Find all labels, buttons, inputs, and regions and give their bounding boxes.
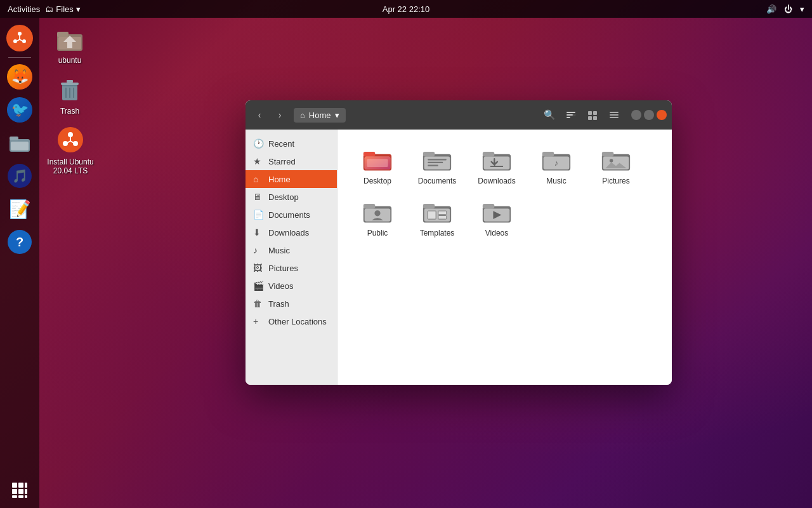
folder-downloads-icon bbox=[480, 146, 513, 174]
svg-rect-82 bbox=[483, 204, 494, 208]
pictures-sidebar-icon: 🖼 bbox=[253, 263, 263, 273]
maximize-button[interactable]: □ bbox=[644, 110, 654, 120]
music-sidebar-icon: ♪ bbox=[253, 245, 263, 255]
home-label: Home bbox=[268, 175, 291, 184]
power-icon[interactable]: ⏻ bbox=[784, 4, 792, 14]
svg-rect-39 bbox=[566, 114, 573, 116]
svg-rect-54 bbox=[423, 152, 435, 156]
documents-sidebar-label: Documents bbox=[268, 210, 310, 220]
folder-public-label: Public bbox=[367, 229, 388, 237]
file-manager-window: ‹ › ⌂ Home ▾ 🔍 bbox=[246, 100, 672, 385]
firefox-icon: 🦊 bbox=[7, 64, 32, 90]
svg-rect-26 bbox=[61, 83, 79, 85]
files-dock-icon bbox=[7, 130, 32, 156]
home-breadcrumb-icon: ⌂ bbox=[300, 110, 305, 120]
folder-pictures-label: Pictures bbox=[602, 177, 629, 185]
svg-rect-57 bbox=[428, 162, 443, 163]
trash-sidebar-icon: 🗑 bbox=[253, 298, 263, 309]
dock-item-thunderbird[interactable]: 🐦 bbox=[4, 95, 35, 125]
top-bar-right: 🔊 ⏻ ▾ bbox=[766, 4, 804, 14]
breadcrumb[interactable]: ⌂ Home ▾ bbox=[294, 108, 346, 123]
folder-videos-label: Videos bbox=[485, 229, 508, 237]
svg-rect-58 bbox=[428, 164, 438, 166]
file-manager-header: ‹ › ⌂ Home ▾ 🔍 bbox=[246, 100, 672, 130]
folder-pictures-icon bbox=[599, 146, 632, 174]
svg-point-32 bbox=[68, 132, 73, 137]
folder-videos[interactable]: Videos bbox=[468, 193, 525, 243]
breadcrumb-home-label: Home bbox=[309, 110, 331, 120]
dock-item-rhythmbox[interactable]: 🎵 bbox=[4, 161, 35, 191]
svg-rect-10 bbox=[12, 483, 17, 488]
desktop-icon-trash[interactable]: Trash bbox=[44, 74, 95, 116]
dock-item-writer[interactable]: 📝 bbox=[4, 194, 35, 224]
folder-music[interactable]: ♪ Music bbox=[528, 141, 585, 190]
svg-rect-9 bbox=[11, 142, 29, 150]
sidebar-item-downloads[interactable]: ⬇ Downloads bbox=[246, 224, 337, 241]
settings-icon[interactable]: ▾ bbox=[800, 4, 804, 14]
volume-icon[interactable]: 🔊 bbox=[766, 4, 776, 14]
desktop-icon-install-ubuntu[interactable]: Install Ubuntu 20.04 LTS bbox=[42, 124, 99, 175]
search-button[interactable]: 🔍 bbox=[540, 106, 559, 124]
sidebar-item-starred[interactable]: ★ Starred bbox=[246, 152, 337, 170]
sidebar-item-desktop[interactable]: 🖥 Desktop bbox=[246, 188, 337, 206]
window-controls: — □ ✕ bbox=[631, 110, 667, 120]
folder-downloads-label: Downloads bbox=[478, 177, 515, 185]
videos-sidebar-label: Videos bbox=[268, 281, 294, 291]
folder-templates-label: Templates bbox=[420, 229, 455, 237]
folder-public-icon bbox=[361, 198, 394, 226]
desktop-sidebar-label: Desktop bbox=[268, 192, 299, 202]
back-button[interactable]: ‹ bbox=[251, 106, 268, 124]
folder-public[interactable]: Public bbox=[349, 193, 406, 243]
svg-rect-60 bbox=[483, 152, 494, 156]
svg-rect-43 bbox=[588, 116, 592, 120]
minimize-button[interactable]: — bbox=[631, 110, 641, 120]
folder-documents-label: Documents bbox=[418, 177, 457, 185]
activities-button[interactable]: Activities bbox=[8, 4, 40, 14]
folder-desktop[interactable]: Desktop bbox=[349, 141, 406, 190]
folder-templates-icon bbox=[421, 198, 454, 226]
sidebar-item-home[interactable]: ⌂ Home bbox=[246, 170, 337, 188]
recent-label: Recent bbox=[268, 139, 294, 149]
sidebar-item-videos[interactable]: 🎬 Videos bbox=[246, 277, 337, 295]
other-locations-icon: + bbox=[253, 316, 263, 326]
trash-label: Trash bbox=[60, 107, 79, 116]
svg-rect-27 bbox=[67, 80, 73, 83]
dock-item-apps[interactable] bbox=[7, 478, 32, 503]
view-sort-button[interactable] bbox=[561, 106, 580, 124]
close-button[interactable]: ✕ bbox=[657, 110, 667, 120]
file-manager-content: Desktop Documents bbox=[337, 130, 672, 385]
sidebar-item-pictures[interactable]: 🖼 Pictures bbox=[246, 259, 337, 277]
folder-templates[interactable]: Templates bbox=[409, 193, 466, 243]
svg-rect-45 bbox=[610, 112, 619, 113]
recent-icon: 🕐 bbox=[253, 138, 263, 149]
desktop-sidebar-icon: 🖥 bbox=[253, 192, 263, 202]
svg-rect-46 bbox=[610, 114, 619, 116]
svg-point-74 bbox=[374, 210, 380, 216]
folder-documents[interactable]: Documents bbox=[409, 141, 466, 190]
dock-item-files[interactable] bbox=[4, 128, 35, 158]
sidebar-item-other-locations[interactable]: + Other Locations bbox=[246, 312, 337, 330]
sidebar-item-trash[interactable]: 🗑 Trash bbox=[246, 295, 337, 312]
sidebar-item-documents[interactable]: 📄 Documents bbox=[246, 206, 337, 224]
dock-item-ubuntu[interactable] bbox=[4, 23, 35, 53]
forward-button[interactable]: › bbox=[271, 106, 289, 124]
svg-rect-17 bbox=[18, 495, 23, 498]
music-sidebar-label: Music bbox=[268, 246, 290, 255]
sidebar-item-music[interactable]: ♪ Music bbox=[246, 241, 337, 259]
folder-pictures[interactable]: Pictures bbox=[587, 141, 645, 190]
sidebar-item-recent[interactable]: 🕐 Recent bbox=[246, 135, 337, 152]
trash-icon bbox=[55, 74, 85, 104]
svg-rect-13 bbox=[12, 489, 17, 494]
dock-item-help[interactable]: ? bbox=[4, 227, 35, 257]
desktop-icon-ubuntu-home[interactable]: ubuntu bbox=[44, 23, 95, 65]
top-bar: Activities 🗂 Files ▾ Apr 22 22:10 🔊 ⏻ ▾ bbox=[0, 0, 812, 18]
files-menu[interactable]: 🗂 Files ▾ bbox=[45, 4, 80, 14]
svg-rect-49 bbox=[363, 152, 375, 156]
svg-rect-16 bbox=[12, 495, 17, 498]
view-toggle-button[interactable] bbox=[583, 106, 602, 124]
svg-rect-38 bbox=[566, 112, 575, 113]
menu-button[interactable] bbox=[605, 106, 624, 124]
folder-desktop-icon bbox=[361, 146, 394, 174]
dock-item-firefox[interactable]: 🦊 bbox=[4, 62, 35, 92]
folder-downloads[interactable]: Downloads bbox=[468, 141, 525, 190]
